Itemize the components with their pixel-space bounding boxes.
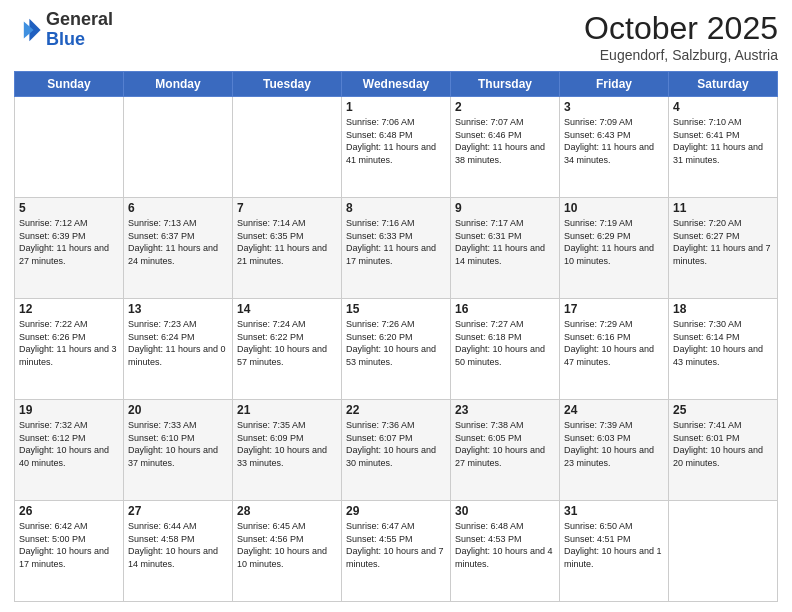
- cell-0-1: [124, 97, 233, 198]
- day-info-8: Sunrise: 7:16 AM Sunset: 6:33 PM Dayligh…: [346, 217, 446, 267]
- col-thursday: Thursday: [451, 72, 560, 97]
- day-info-12: Sunrise: 7:22 AM Sunset: 6:26 PM Dayligh…: [19, 318, 119, 368]
- day-info-21: Sunrise: 7:35 AM Sunset: 6:09 PM Dayligh…: [237, 419, 337, 469]
- day-info-6: Sunrise: 7:13 AM Sunset: 6:37 PM Dayligh…: [128, 217, 228, 267]
- cell-3-3: 22Sunrise: 7:36 AM Sunset: 6:07 PM Dayli…: [342, 400, 451, 501]
- calendar-header-row: Sunday Monday Tuesday Wednesday Thursday…: [15, 72, 778, 97]
- title-block: October 2025 Eugendorf, Salzburg, Austri…: [584, 10, 778, 63]
- day-number-14: 14: [237, 302, 337, 316]
- cell-4-5: 31Sunrise: 6:50 AM Sunset: 4:51 PM Dayli…: [560, 501, 669, 602]
- day-info-25: Sunrise: 7:41 AM Sunset: 6:01 PM Dayligh…: [673, 419, 773, 469]
- cell-0-4: 2Sunrise: 7:07 AM Sunset: 6:46 PM Daylig…: [451, 97, 560, 198]
- week-row-0: 1Sunrise: 7:06 AM Sunset: 6:48 PM Daylig…: [15, 97, 778, 198]
- location: Eugendorf, Salzburg, Austria: [584, 47, 778, 63]
- cell-0-3: 1Sunrise: 7:06 AM Sunset: 6:48 PM Daylig…: [342, 97, 451, 198]
- cell-0-2: [233, 97, 342, 198]
- day-number-29: 29: [346, 504, 446, 518]
- cell-1-1: 6Sunrise: 7:13 AM Sunset: 6:37 PM Daylig…: [124, 198, 233, 299]
- day-info-15: Sunrise: 7:26 AM Sunset: 6:20 PM Dayligh…: [346, 318, 446, 368]
- day-number-21: 21: [237, 403, 337, 417]
- day-number-25: 25: [673, 403, 773, 417]
- day-number-7: 7: [237, 201, 337, 215]
- day-number-1: 1: [346, 100, 446, 114]
- week-row-1: 5Sunrise: 7:12 AM Sunset: 6:39 PM Daylig…: [15, 198, 778, 299]
- month-title: October 2025: [584, 10, 778, 47]
- calendar: Sunday Monday Tuesday Wednesday Thursday…: [14, 71, 778, 602]
- day-number-22: 22: [346, 403, 446, 417]
- day-info-26: Sunrise: 6:42 AM Sunset: 5:00 PM Dayligh…: [19, 520, 119, 570]
- logo-general: General: [46, 9, 113, 29]
- day-number-17: 17: [564, 302, 664, 316]
- day-number-27: 27: [128, 504, 228, 518]
- day-info-23: Sunrise: 7:38 AM Sunset: 6:05 PM Dayligh…: [455, 419, 555, 469]
- day-info-2: Sunrise: 7:07 AM Sunset: 6:46 PM Dayligh…: [455, 116, 555, 166]
- day-info-7: Sunrise: 7:14 AM Sunset: 6:35 PM Dayligh…: [237, 217, 337, 267]
- cell-1-2: 7Sunrise: 7:14 AM Sunset: 6:35 PM Daylig…: [233, 198, 342, 299]
- day-info-29: Sunrise: 6:47 AM Sunset: 4:55 PM Dayligh…: [346, 520, 446, 570]
- cell-3-0: 19Sunrise: 7:32 AM Sunset: 6:12 PM Dayli…: [15, 400, 124, 501]
- day-number-13: 13: [128, 302, 228, 316]
- day-number-28: 28: [237, 504, 337, 518]
- cell-2-2: 14Sunrise: 7:24 AM Sunset: 6:22 PM Dayli…: [233, 299, 342, 400]
- logo-blue: Blue: [46, 29, 85, 49]
- cell-0-5: 3Sunrise: 7:09 AM Sunset: 6:43 PM Daylig…: [560, 97, 669, 198]
- cell-2-1: 13Sunrise: 7:23 AM Sunset: 6:24 PM Dayli…: [124, 299, 233, 400]
- cell-4-4: 30Sunrise: 6:48 AM Sunset: 4:53 PM Dayli…: [451, 501, 560, 602]
- cell-4-3: 29Sunrise: 6:47 AM Sunset: 4:55 PM Dayli…: [342, 501, 451, 602]
- day-number-8: 8: [346, 201, 446, 215]
- day-number-2: 2: [455, 100, 555, 114]
- cell-3-4: 23Sunrise: 7:38 AM Sunset: 6:05 PM Dayli…: [451, 400, 560, 501]
- day-number-12: 12: [19, 302, 119, 316]
- cell-4-0: 26Sunrise: 6:42 AM Sunset: 5:00 PM Dayli…: [15, 501, 124, 602]
- cell-1-0: 5Sunrise: 7:12 AM Sunset: 6:39 PM Daylig…: [15, 198, 124, 299]
- day-info-28: Sunrise: 6:45 AM Sunset: 4:56 PM Dayligh…: [237, 520, 337, 570]
- day-number-30: 30: [455, 504, 555, 518]
- cell-2-3: 15Sunrise: 7:26 AM Sunset: 6:20 PM Dayli…: [342, 299, 451, 400]
- logo-text: General Blue: [46, 10, 113, 50]
- col-friday: Friday: [560, 72, 669, 97]
- col-wednesday: Wednesday: [342, 72, 451, 97]
- day-info-17: Sunrise: 7:29 AM Sunset: 6:16 PM Dayligh…: [564, 318, 664, 368]
- logo-icon: [14, 16, 42, 44]
- day-number-24: 24: [564, 403, 664, 417]
- col-tuesday: Tuesday: [233, 72, 342, 97]
- day-info-3: Sunrise: 7:09 AM Sunset: 6:43 PM Dayligh…: [564, 116, 664, 166]
- cell-3-6: 25Sunrise: 7:41 AM Sunset: 6:01 PM Dayli…: [669, 400, 778, 501]
- cell-4-2: 28Sunrise: 6:45 AM Sunset: 4:56 PM Dayli…: [233, 501, 342, 602]
- day-info-24: Sunrise: 7:39 AM Sunset: 6:03 PM Dayligh…: [564, 419, 664, 469]
- cell-1-6: 11Sunrise: 7:20 AM Sunset: 6:27 PM Dayli…: [669, 198, 778, 299]
- day-info-4: Sunrise: 7:10 AM Sunset: 6:41 PM Dayligh…: [673, 116, 773, 166]
- day-number-18: 18: [673, 302, 773, 316]
- cell-1-3: 8Sunrise: 7:16 AM Sunset: 6:33 PM Daylig…: [342, 198, 451, 299]
- day-info-20: Sunrise: 7:33 AM Sunset: 6:10 PM Dayligh…: [128, 419, 228, 469]
- day-number-31: 31: [564, 504, 664, 518]
- cell-0-6: 4Sunrise: 7:10 AM Sunset: 6:41 PM Daylig…: [669, 97, 778, 198]
- day-number-16: 16: [455, 302, 555, 316]
- day-number-5: 5: [19, 201, 119, 215]
- cell-2-0: 12Sunrise: 7:22 AM Sunset: 6:26 PM Dayli…: [15, 299, 124, 400]
- day-number-4: 4: [673, 100, 773, 114]
- cell-1-4: 9Sunrise: 7:17 AM Sunset: 6:31 PM Daylig…: [451, 198, 560, 299]
- page: General Blue October 2025 Eugendorf, Sal…: [0, 0, 792, 612]
- header: General Blue October 2025 Eugendorf, Sal…: [14, 10, 778, 63]
- day-info-19: Sunrise: 7:32 AM Sunset: 6:12 PM Dayligh…: [19, 419, 119, 469]
- day-info-10: Sunrise: 7:19 AM Sunset: 6:29 PM Dayligh…: [564, 217, 664, 267]
- day-info-18: Sunrise: 7:30 AM Sunset: 6:14 PM Dayligh…: [673, 318, 773, 368]
- day-info-27: Sunrise: 6:44 AM Sunset: 4:58 PM Dayligh…: [128, 520, 228, 570]
- day-info-1: Sunrise: 7:06 AM Sunset: 6:48 PM Dayligh…: [346, 116, 446, 166]
- day-number-26: 26: [19, 504, 119, 518]
- day-info-11: Sunrise: 7:20 AM Sunset: 6:27 PM Dayligh…: [673, 217, 773, 267]
- cell-1-5: 10Sunrise: 7:19 AM Sunset: 6:29 PM Dayli…: [560, 198, 669, 299]
- week-row-2: 12Sunrise: 7:22 AM Sunset: 6:26 PM Dayli…: [15, 299, 778, 400]
- cell-3-1: 20Sunrise: 7:33 AM Sunset: 6:10 PM Dayli…: [124, 400, 233, 501]
- day-number-11: 11: [673, 201, 773, 215]
- day-number-23: 23: [455, 403, 555, 417]
- cell-3-2: 21Sunrise: 7:35 AM Sunset: 6:09 PM Dayli…: [233, 400, 342, 501]
- day-info-13: Sunrise: 7:23 AM Sunset: 6:24 PM Dayligh…: [128, 318, 228, 368]
- week-row-4: 26Sunrise: 6:42 AM Sunset: 5:00 PM Dayli…: [15, 501, 778, 602]
- col-monday: Monday: [124, 72, 233, 97]
- day-info-5: Sunrise: 7:12 AM Sunset: 6:39 PM Dayligh…: [19, 217, 119, 267]
- day-info-31: Sunrise: 6:50 AM Sunset: 4:51 PM Dayligh…: [564, 520, 664, 570]
- week-row-3: 19Sunrise: 7:32 AM Sunset: 6:12 PM Dayli…: [15, 400, 778, 501]
- day-number-20: 20: [128, 403, 228, 417]
